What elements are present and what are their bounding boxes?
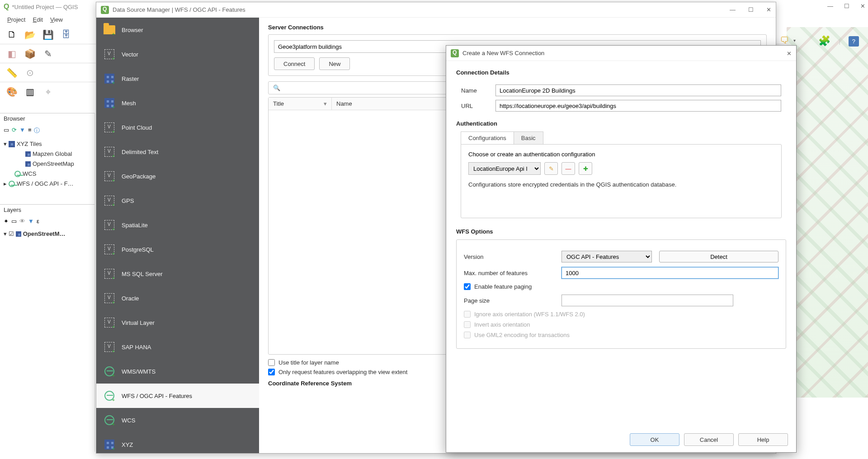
remove-auth-icon[interactable]: — [561, 162, 575, 175]
wfs-close-icon[interactable]: ✕ [787, 50, 792, 57]
refresh-icon[interactable]: ⟳ [12, 126, 17, 135]
add-layer-icon[interactable]: ▭ [4, 126, 9, 135]
dsm-sidebar-item-mesh[interactable]: +Mesh [96, 91, 259, 115]
detect-button[interactable]: Detect [659, 251, 778, 262]
main-window-controls[interactable]: — ☐ ✕ [827, 3, 865, 9]
connect-button[interactable]: Connect [274, 57, 315, 70]
dsm-sidebar-item-spatialite[interactable]: +SpatiaLite [96, 213, 259, 237]
dsm-sidebar-item-ms-sql-server[interactable]: +MS SQL Server [96, 262, 259, 286]
open-project-icon[interactable]: 📂 [23, 28, 37, 42]
help-icon[interactable]: ? [849, 36, 859, 47]
data-source-icon: + [104, 268, 115, 280]
save-project-icon[interactable]: 💾 [41, 28, 55, 42]
menu-view[interactable]: View [50, 16, 63, 23]
packaging-icon[interactable]: 📦 [23, 47, 37, 61]
wfs-footer: OK Cancel Help [446, 429, 796, 452]
name-input[interactable] [495, 84, 781, 96]
col-title[interactable]: Title ▾ [269, 98, 332, 110]
dsm-sidebar-item-geopackage[interactable]: +GeoPackage [96, 164, 259, 188]
dsm-sidebar-item-wfs-ogc-api-features[interactable]: +WFS / OGC API - Features [96, 384, 259, 408]
pencil-icon[interactable]: ✎ [41, 47, 55, 61]
version-select[interactable]: OGC API - Features [561, 251, 652, 262]
data-source-icon: + [104, 439, 115, 450]
right-toolbar[interactable]: 🧩 | ? [818, 35, 859, 47]
measure-icon[interactable]: 📏 [5, 66, 19, 80]
map-canvas[interactable] [787, 27, 868, 398]
tree-xyz-tiles[interactable]: ▾ XYZ Tiles [4, 139, 91, 149]
new-connection-button[interactable]: New [319, 57, 350, 70]
dsm-sidebar-item-postgresql[interactable]: +PostgreSQL [96, 237, 259, 262]
vector-tool-icon[interactable]: ◧ [5, 47, 19, 61]
url-input[interactable] [495, 100, 781, 112]
browser-tree[interactable]: ▾ XYZ Tiles Mapzen Global OpenStreetMap … [0, 137, 94, 191]
dsm-sidebar-item-wcs[interactable]: +WCS [96, 408, 259, 432]
save-as-icon[interactable]: 🗄 [59, 28, 73, 42]
layout-icon[interactable]: ▥ [23, 84, 37, 99]
tab-basic[interactable]: Basic [514, 131, 543, 144]
menu-edit[interactable]: Edit [33, 16, 42, 23]
dsm-sidebar-item-browser[interactable]: +Browser [96, 18, 259, 42]
page-size-label: Page size [464, 297, 554, 304]
main-window-title: *Untitled Project — QGIS [12, 4, 78, 10]
tree-wfs[interactable]: ▸ WFS / OGC API - F… [4, 179, 91, 189]
help-button[interactable]: Help [738, 433, 788, 446]
layers-stack-icon[interactable]: 🗨 [780, 35, 789, 46]
dsm-sidebar-item-xyz[interactable]: +XYZ [96, 432, 259, 453]
menu-project[interactable]: Project [7, 16, 25, 23]
right-toolbar-2[interactable]: 🗨 ▾ [780, 35, 796, 46]
dsm-sidebar-item-point-cloud[interactable]: +Point Cloud [96, 115, 259, 140]
dsm-sidebar-item-sap-hana[interactable]: +SAP HANA [96, 335, 259, 359]
dsm-minimize-icon[interactable]: — [730, 6, 736, 13]
cancel-button[interactable]: Cancel [684, 433, 734, 446]
dsm-sidebar-item-vector[interactable]: +Vector [96, 42, 259, 66]
main-close-icon[interactable]: ✕ [860, 3, 865, 9]
page-size-input[interactable] [561, 295, 733, 306]
ok-button[interactable]: OK [630, 433, 679, 446]
layers-tree[interactable]: ▾ ☑ OpenStreetM… [0, 227, 94, 241]
version-label: Version [464, 253, 554, 260]
dsm-sidebar-item-virtual-layer[interactable]: +Virtual Layer [96, 310, 259, 335]
data-source-icon: + [104, 170, 115, 182]
dsm-maximize-icon[interactable]: ☐ [748, 6, 754, 13]
dsm-sidebar-item-gps[interactable]: +GPS [96, 188, 259, 213]
new-project-icon[interactable]: 🗋 [5, 28, 19, 42]
main-maximize-icon[interactable]: ☐ [844, 3, 849, 9]
dsm-sidebar-item-oracle[interactable]: +Oracle [96, 286, 259, 310]
plugin-icon[interactable]: 🧩 [818, 35, 830, 47]
enable-paging-checkbox[interactable]: Enable feature paging [464, 283, 778, 290]
group-icon[interactable]: ▭ [11, 218, 17, 225]
dsm-title: Data Source Manager | WFS / OGC API - Fe… [113, 6, 245, 13]
dsm-sidebar-label: Mesh [122, 100, 136, 107]
wfs-titlebar[interactable]: Create a New WFS Connection ✕ [446, 46, 796, 61]
browser-panel-toolbar[interactable]: ▭ ⟳ ▼ ≡ ⓘ [0, 124, 94, 137]
collapse-icon[interactable]: ≡ [28, 126, 32, 135]
visibility-icon[interactable]: 👁 [19, 218, 25, 225]
expr-icon[interactable]: ε [37, 218, 39, 225]
info-icon[interactable]: ⓘ [34, 126, 40, 135]
filter2-icon[interactable]: ▼ [28, 218, 34, 225]
dsm-sidebar[interactable]: +Browser+Vector+Raster+Mesh+Point Cloud+… [96, 18, 259, 453]
dsm-close-icon[interactable]: ✕ [766, 6, 771, 13]
filter-icon[interactable]: ▼ [19, 126, 25, 135]
layers-panel-toolbar[interactable]: ✦ ▭ 👁 ▼ ε [0, 215, 94, 227]
tree-wcs[interactable]: WCS [14, 169, 91, 179]
snap-icon[interactable]: ⊙ [23, 66, 37, 80]
tree-mapzen[interactable]: Mapzen Global [25, 149, 91, 159]
target-icon[interactable]: ⌖ [41, 84, 55, 99]
dsm-sidebar-item-wms-wmts[interactable]: +WMS/WMTS [96, 359, 259, 384]
dsm-titlebar[interactable]: Data Source Manager | WFS / OGC API - Fe… [96, 2, 776, 18]
layer-osm[interactable]: ▾ ☑ OpenStreetM… [4, 229, 91, 239]
tree-osm[interactable]: OpenStreetMap [25, 159, 91, 169]
color-icon[interactable]: 🎨 [5, 84, 19, 99]
add-auth-icon[interactable]: ✚ [579, 162, 592, 175]
dsm-sidebar-item-raster[interactable]: +Raster [96, 66, 259, 91]
dsm-sidebar-item-delimited-text[interactable]: +Delimited Text [96, 140, 259, 164]
style-icon[interactable]: ✦ [4, 218, 9, 225]
tab-configurations[interactable]: Configurations [461, 131, 514, 144]
auth-config-select[interactable]: LocationEurope Api I [468, 162, 541, 175]
edit-auth-icon[interactable]: ✎ [544, 162, 558, 175]
data-source-icon: + [104, 365, 115, 377]
max-features-input[interactable] [561, 267, 778, 279]
auth-tabs[interactable]: Configurations Basic [461, 131, 782, 144]
main-minimize-icon[interactable]: — [827, 3, 833, 9]
